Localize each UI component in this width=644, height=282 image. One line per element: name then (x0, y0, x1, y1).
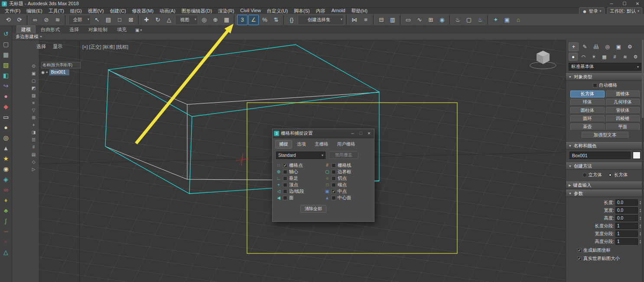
toolbar-icon[interactable]: ∠ (248, 15, 259, 25)
snap-option-checkbox[interactable] (332, 176, 336, 181)
toolbar-icon[interactable]: ▥ (387, 15, 398, 25)
spinner-down-icon[interactable]: ▼ (639, 218, 641, 220)
command-panel-tab-icon[interactable]: ▣ (614, 42, 624, 51)
snap-option-checkbox[interactable] (283, 170, 287, 174)
toolbar-icon[interactable]: ↻ (153, 15, 163, 25)
spinner[interactable]: ▲ ▼ (639, 232, 641, 236)
parameter-checkbox[interactable] (577, 248, 582, 253)
viewport-label[interactable]: [+] [正交] [标准] [线框] (82, 44, 128, 50)
creation-method-option[interactable]: 长方体 (608, 172, 628, 178)
explorer-tab[interactable]: 显示 (53, 43, 62, 50)
primitive-button[interactable]: 圆环 (570, 115, 605, 122)
spinner-down-icon[interactable]: ▼ (639, 242, 641, 243)
primitive-button[interactable]: 几何球体 (606, 99, 640, 106)
panel-scrollbar[interactable] (642, 40, 644, 282)
toolbar-icon[interactable]: ⊟ (376, 15, 387, 25)
snap-option-checkbox[interactable] (283, 189, 287, 194)
ribbon-tools-icon[interactable]: ▣▾ (132, 28, 145, 33)
spinner-down-icon[interactable]: ▼ (639, 234, 641, 236)
parameter-input[interactable]: 1 (615, 230, 638, 237)
toolbar-icon[interactable]: {} (286, 15, 297, 25)
menu-item[interactable]: 文件(F) (2, 8, 23, 14)
toolbar-icon[interactable] (283, 15, 285, 25)
left-toolbar-icon[interactable]: △ (1, 247, 11, 257)
toolbar-icon[interactable]: ⊞ (426, 15, 436, 25)
toolbar-icon[interactable] (346, 15, 348, 25)
primitive-button[interactable]: 加强型文本 (582, 132, 628, 139)
creation-method-option[interactable]: 立方体 (582, 172, 602, 178)
toolbar-icon[interactable]: ▣ (502, 15, 512, 25)
menu-item[interactable]: 组(G) (67, 8, 85, 14)
toolbar-icon[interactable]: % (260, 15, 270, 25)
parameter-input[interactable]: 1 (615, 223, 638, 229)
dialog-tab[interactable]: 捕捉 (275, 140, 292, 149)
primitive-button[interactable]: 四棱锥 (606, 115, 640, 122)
command-panel-tab-icon[interactable]: ⚙ (625, 42, 635, 51)
toolbar-icon[interactable]: 视图 (175, 15, 198, 25)
left-toolbar-icon[interactable]: ∽ (1, 227, 11, 236)
ribbon-tab[interactable]: 建模 (16, 26, 36, 33)
toolbar-icon[interactable]: ⊕ (210, 15, 221, 25)
explorer-tool-icon[interactable]: ▢ (30, 78, 37, 84)
left-toolbar-icon[interactable]: ↪ (1, 81, 11, 91)
toolbar-icon[interactable]: ▭ (403, 15, 413, 25)
left-toolbar-icon[interactable]: ≈ (1, 237, 11, 246)
parameter-input[interactable]: 0.0 (615, 215, 638, 221)
toolbar-icon[interactable]: ⟲ (3, 15, 13, 25)
maximize-button[interactable]: ☐ (618, 0, 631, 7)
toolbar-icon[interactable] (487, 15, 489, 25)
explorer-tool-icon[interactable]: ◨ (30, 129, 37, 136)
parameter-input[interactable]: 0.0 (615, 207, 638, 214)
toolbar-icon[interactable] (234, 15, 235, 25)
minimize-button[interactable]: ─ (605, 0, 618, 7)
primitive-button[interactable]: 平面 (606, 123, 640, 130)
explorer-tool-icon[interactable]: ◇ (30, 159, 37, 165)
toolbar-icon[interactable]: ✚ (141, 15, 152, 25)
toolbar-icon[interactable] (138, 15, 140, 25)
toolbar-icon[interactable]: △ (164, 15, 174, 25)
explorer-tool-icon[interactable]: # (30, 144, 37, 150)
left-toolbar-icon[interactable]: ∫ (1, 216, 11, 226)
parameter-checkbox[interactable] (577, 256, 582, 261)
keyboard-entry-rollout-header[interactable]: ▶ 键盘输入 (566, 182, 644, 189)
spinner-down-icon[interactable]: ▼ (639, 203, 641, 204)
dialog-tab[interactable]: 用户栅格 (333, 140, 359, 149)
explorer-tool-icon[interactable]: ⊞ (30, 114, 37, 121)
object-category-icon[interactable]: ☀ (589, 53, 598, 61)
toolbar-icon[interactable]: □ (114, 15, 125, 25)
snap-option-checkbox[interactable] (283, 176, 287, 181)
toolbar-icon[interactable]: ∞ (30, 15, 40, 25)
menu-item[interactable]: 编辑(E) (23, 8, 46, 14)
left-toolbar-icon[interactable]: ◆ (1, 102, 11, 111)
toolbar-icon[interactable] (400, 15, 401, 25)
left-toolbar-icon[interactable]: ◧ (1, 71, 11, 80)
menu-item[interactable]: Arnold (329, 8, 348, 14)
parameter-input[interactable]: 1 (615, 238, 638, 245)
menu-item[interactable]: 图形编辑器(D) (179, 8, 215, 14)
object-category-icon[interactable]: ≋ (621, 53, 630, 61)
parameter-input[interactable]: 0.0 (615, 199, 638, 206)
toolbar-icon[interactable]: ▢ (464, 15, 474, 25)
left-toolbar-icon[interactable]: ● (1, 91, 11, 101)
snap-option-checkbox[interactable] (332, 189, 336, 194)
autogrid-checkbox[interactable] (593, 83, 597, 88)
dialog-tab[interactable]: 选项 (293, 140, 310, 149)
left-toolbar-icon[interactable]: ◎ (1, 133, 11, 143)
left-toolbar-icon[interactable]: ♦ (1, 195, 11, 205)
toolbar-icon[interactable]: 全部 (68, 15, 91, 25)
clear-all-button[interactable]: 清除全部 (300, 205, 326, 213)
command-panel-tab-icon[interactable]: 品 (591, 42, 601, 51)
menu-item[interactable]: 动画(A) (156, 8, 179, 14)
menu-item[interactable]: 自定义(U) (264, 8, 291, 14)
explorer-tool-icon[interactable]: ▽ (30, 107, 37, 113)
left-toolbar-icon[interactable]: ▦ (1, 50, 11, 59)
object-category-icon[interactable]: # (610, 53, 619, 61)
object-color-swatch[interactable] (633, 152, 641, 159)
toolbar-icon[interactable]: ◉ (437, 15, 447, 25)
toolbar-icon[interactable]: ∿ (414, 15, 425, 25)
menu-item[interactable]: 修改器(M) (129, 8, 157, 14)
command-panel-tab-icon[interactable]: ◎ (602, 42, 612, 51)
menu-item[interactable]: Civil View (237, 8, 263, 14)
menu-item[interactable]: 渲染(R) (215, 8, 237, 14)
explorer-tab[interactable]: 选择 (36, 43, 46, 50)
